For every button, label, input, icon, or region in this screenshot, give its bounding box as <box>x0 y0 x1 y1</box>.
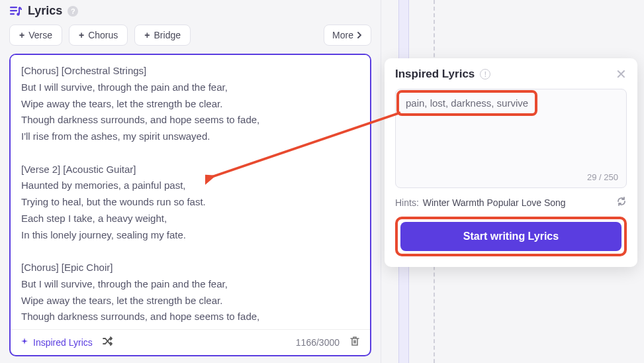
panel-title: Inspired Lyrics <box>395 68 475 81</box>
svg-rect-2 <box>10 13 15 15</box>
svg-rect-1 <box>10 10 17 11</box>
more-button[interactable]: More <box>324 25 371 46</box>
add-bridge-label: Bridge <box>154 30 181 40</box>
add-chorus-button[interactable]: + Chorus <box>69 25 128 46</box>
svg-point-3 <box>17 13 19 15</box>
info-icon[interactable]: ! <box>480 69 490 79</box>
close-icon[interactable]: ✕ <box>616 66 627 82</box>
more-label: More <box>332 30 353 40</box>
lyrics-editor-container: Inspired Lyrics 1166/3000 <box>9 54 371 356</box>
hints-text[interactable]: Winter Warmth Popular Love Song <box>423 197 612 208</box>
prompt-textarea-container[interactable]: pain, lost, darkness, survive 29 / 250 <box>395 89 627 188</box>
lyrics-header: Lyrics ? <box>9 4 371 18</box>
prompt-value: pain, lost, darkness, survive <box>406 97 528 109</box>
shuffle-icon[interactable] <box>102 335 114 350</box>
character-count: 1166/3000 <box>296 337 340 348</box>
page-title: Lyrics <box>28 4 62 18</box>
hints-row: Hints: Winter Warmth Popular Love Song <box>395 196 627 209</box>
add-bridge-button[interactable]: + Bridge <box>134 25 191 46</box>
lyrics-icon <box>9 5 23 18</box>
editor-footer: Inspired Lyrics 1166/3000 <box>11 329 370 355</box>
add-chorus-label: Chorus <box>88 30 118 40</box>
plus-icon: + <box>144 30 150 40</box>
help-icon[interactable]: ? <box>68 6 78 17</box>
prompt-input-highlight: pain, lost, darkness, survive <box>396 90 537 116</box>
lyrics-textarea[interactable] <box>11 55 370 329</box>
sparkle-icon <box>20 337 29 348</box>
plus-icon: + <box>19 30 24 40</box>
chevron-right-icon <box>356 30 363 40</box>
refresh-icon[interactable] <box>616 196 627 209</box>
add-verse-button[interactable]: + Verse <box>9 25 62 46</box>
svg-rect-0 <box>10 7 17 8</box>
section-toolbar: + Verse + Chorus + Bridge More <box>9 25 371 46</box>
inspired-lyrics-label: Inspired Lyrics <box>33 337 93 348</box>
plus-icon: + <box>79 30 84 40</box>
trash-icon[interactable] <box>349 335 361 350</box>
add-verse-label: Verse <box>28 30 52 40</box>
hints-label: Hints: <box>395 197 419 208</box>
prompt-char-count: 29 / 250 <box>587 172 618 182</box>
inspired-lyrics-button[interactable]: Inspired Lyrics <box>20 337 93 348</box>
cta-highlight: Start writing Lyrics <box>395 217 627 256</box>
inspired-lyrics-panel: Inspired Lyrics ! ✕ pain, lost, darkness… <box>385 58 637 267</box>
start-writing-button[interactable]: Start writing Lyrics <box>400 222 621 251</box>
